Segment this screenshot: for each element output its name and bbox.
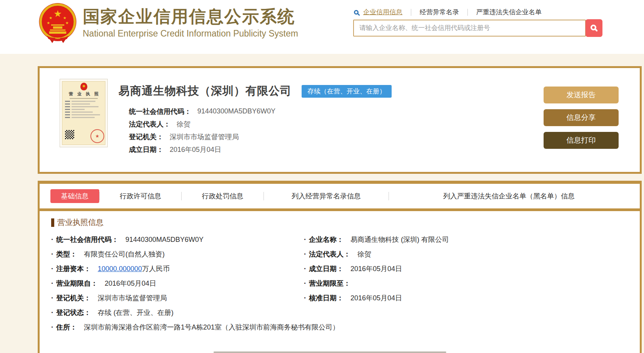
tab-serious-violation-blacklist[interactable]: 列入严重违法失信企业名单（黑名单）信息: [389, 189, 629, 203]
company-info: 易商通生物科技（深圳）有限公司 存续（在营、开业、在册） 统一社会信用代码： 9…: [118, 83, 392, 156]
top-nav: 企业信用信息 经营异常名录 严重违法失信企业名单: [354, 8, 542, 17]
card-actions: 发送报告 信息分享 信息打印: [544, 87, 619, 149]
site-title: 国家企业信用信息公示系统: [83, 5, 298, 28]
nav-enterprise-credit-info[interactable]: 企业信用信息: [363, 8, 402, 17]
search-icon: [354, 10, 359, 15]
detail-row-registration-authority: · 登记机关： 深圳市市场监督管理局: [51, 291, 304, 305]
license-emblem-icon: [80, 83, 87, 90]
company-name: 易商通生物科技（深圳）有限公司: [118, 83, 292, 99]
summary-row-credit-code: 统一社会信用代码： 91440300MA5DBY6W0Y: [129, 105, 392, 118]
tab-strip: 基础信息 行政许可信息 行政处罚信息 列入经营异常名录信息 列入严重违法失信企业…: [40, 184, 640, 211]
tab-abnormal-operations[interactable]: 列入经营异常名录信息: [264, 189, 389, 203]
nav-separator: [467, 9, 468, 16]
detail-grid: · 统一社会信用代码： 91440300MA5DBY6W0Y · 企业名称： 易…: [51, 232, 628, 335]
search-input[interactable]: [353, 20, 586, 37]
summary-row-registration-authority: 登记机关： 深圳市市场监督管理局: [129, 130, 392, 143]
detail-row-registered-capital: · 注册资本： 10000.000000 万人民币: [51, 261, 304, 276]
registered-capital-link[interactable]: 10000.000000: [98, 265, 142, 273]
print-info-button[interactable]: 信息打印: [544, 132, 619, 149]
detail-row-approval-date: · 核准日期： 2016年05月04日: [304, 291, 628, 305]
detail-row-address: · 住所： 深圳市前海深港合作区前湾一路1号A栋201室（入驻深圳市前海商务秘书…: [51, 320, 628, 335]
horizontal-scrollbar-thumb[interactable]: [214, 351, 446, 353]
license-title: 营 业 执 照: [64, 91, 105, 97]
nav-separator: [411, 9, 411, 16]
page-background: 营 业 执 照 ★ 易商通生物科技（深圳）有限公司 存续（在营、开业、在册）: [0, 54, 644, 353]
svg-text:★: ★: [65, 21, 69, 25]
search-bar: [353, 19, 602, 37]
summary-row-establish-date: 成立日期： 2016年05月04日: [129, 143, 392, 156]
detail-row-credit-code: · 统一社会信用代码： 91440300MA5DBY6W0Y: [51, 232, 304, 247]
national-emblem-icon: ★ ★ ★ ★ ★: [38, 3, 77, 43]
nav-abnormal-operations-list[interactable]: 经营异常名录: [420, 8, 459, 17]
license-red-seal: ★: [90, 129, 104, 143]
status-badge: 存续（在营、开业、在册）: [302, 85, 392, 98]
svg-text:★: ★: [47, 21, 50, 25]
svg-text:★: ★: [49, 16, 52, 20]
detail-row-company-name: · 企业名称： 易商通生物科技 (深圳) 有限公司: [304, 232, 628, 247]
summary-row-legal-rep: 法定代表人： 徐贺: [129, 118, 392, 130]
search-button-icon: [591, 25, 596, 30]
section-heading: 营业执照信息: [51, 217, 628, 228]
site-header: ★ ★ ★ ★ ★ 国家企业信用信息公示系统 National Enterpri…: [0, 0, 644, 54]
nav-serious-violation-list[interactable]: 严重违法失信企业名单: [476, 8, 542, 17]
section-title: 营业执照信息: [57, 217, 103, 228]
search-button[interactable]: [586, 19, 602, 37]
svg-text:★: ★: [53, 8, 62, 19]
business-license-thumbnail: 营 业 执 照 ★: [60, 79, 108, 147]
detail-row-legal-rep: · 法定代表人： 徐贺: [304, 247, 628, 261]
section-heading-bar: [51, 218, 54, 227]
license-detail-section: 营业执照信息 · 统一社会信用代码： 91440300MA5DBY6W0Y · …: [40, 211, 640, 335]
site-subtitle: National Enterprise Credit Information P…: [83, 28, 298, 39]
detail-row-term-to: · 营业期限至：: [304, 276, 628, 291]
company-summary-card: 营 业 执 照 ★ 易商通生物科技（深圳）有限公司 存续（在营、开业、在册）: [38, 66, 642, 174]
share-info-button[interactable]: 信息分享: [544, 109, 619, 126]
tab-administrative-license[interactable]: 行政许可信息: [100, 189, 181, 203]
detail-row-registration-status: · 登记状态： 存续 (在营、开业、在册): [51, 305, 628, 320]
detail-card: 基础信息 行政许可信息 行政处罚信息 列入经营异常名录信息 列入严重违法失信企业…: [38, 181, 642, 353]
tab-administrative-penalty[interactable]: 行政处罚信息: [182, 189, 263, 203]
detail-row-term-from: · 营业期限自： 2016年05月04日: [51, 276, 304, 291]
send-report-button[interactable]: 发送报告: [544, 87, 619, 103]
license-qr-code: [65, 130, 74, 139]
home-logo-link[interactable]: ★ ★ ★ ★ ★ 国家企业信用信息公示系统 National Enterpri…: [38, 3, 298, 43]
svg-text:★: ★: [63, 16, 67, 20]
tab-basic-info[interactable]: 基础信息: [50, 189, 99, 203]
detail-row-company-type: · 类型： 有限责任公司(自然人独资): [51, 247, 304, 261]
detail-row-establish-date: · 成立日期： 2016年05月04日: [304, 261, 628, 276]
